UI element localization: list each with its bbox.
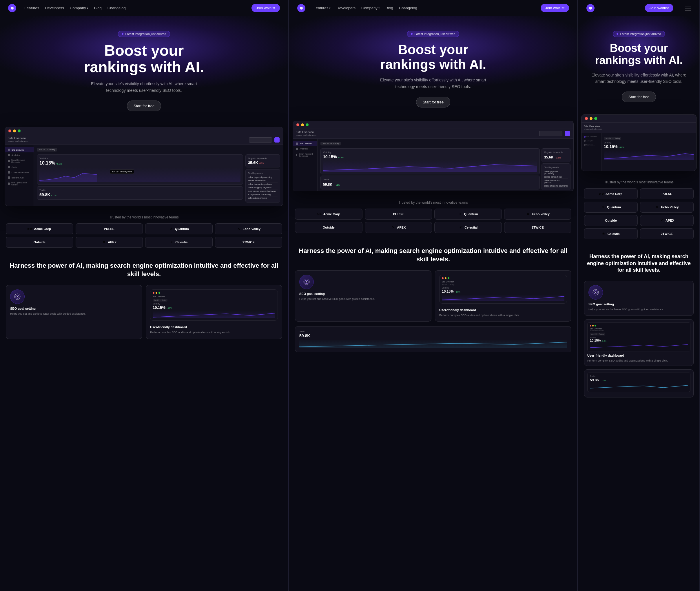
mock-nav-content-1[interactable]: Content Evaluation [5, 170, 34, 175]
mock-nav-icon-21 [296, 142, 298, 145]
mock-nav-goals-1[interactable]: Goals [5, 165, 34, 170]
brand-icon-quantum-1: ✳ [169, 226, 174, 231]
mock-date-row-1: Jun 24 → Today [37, 148, 280, 151]
mock-purple-btn-1[interactable] [274, 137, 279, 142]
brand-2twice-1[interactable]: 2TWICE [215, 237, 282, 248]
dashboard-mockup-3: Site Overview www.website.com Site Overv… [581, 115, 697, 171]
brand-echo-3[interactable]: ✕ Echo Valley [640, 202, 694, 213]
brand-name-pulse-3: PULSE [661, 192, 672, 196]
mock-nav-keyword-2[interactable]: Smart Keyword Generator [293, 151, 317, 158]
feature-dashboard-3: Site Overview www.website.com Jun 24 → T… [584, 319, 694, 366]
mock-body-1: Site Overview Analytics Smart Keyword Ge… [5, 145, 283, 206]
brand-acme-2[interactable]: ⊳⊳ Acme Corp [295, 209, 363, 219]
mock-search-2[interactable] [539, 131, 562, 136]
mock-nav-icon-1 [8, 149, 10, 151]
mock-search-1[interactable] [249, 137, 272, 142]
brand-pulse-1[interactable]: PULSE [76, 223, 143, 235]
logo-2[interactable] [297, 4, 305, 12]
mock-kw-1: online payment processing [248, 176, 277, 179]
brand-2twice-3[interactable]: 2TWICE [640, 228, 694, 239]
mock-nav-link-1[interactable]: Link Optimization Wizard [5, 180, 34, 187]
badge-dot-1 [122, 33, 123, 35]
brand-apex-1[interactable]: ✕ APEX [76, 237, 143, 248]
hamburger-menu-3[interactable] [685, 6, 691, 10]
nav-changelog-2[interactable]: Changelog [399, 6, 417, 10]
nav-developers-1[interactable]: Developers [45, 6, 64, 10]
hero-cta-1[interactable]: Start for free [127, 101, 161, 111]
hero-1: Latest integration just arrived Boost yo… [0, 16, 288, 120]
trusted-section-1: Trusted by the world's most innovative t… [0, 208, 288, 252]
brand-name-apex-3: APEX [665, 219, 674, 222]
feature-seo-goal-1: SEO goal setting Helps you set and achie… [6, 285, 142, 339]
feature-dash-preview-2: Site Overview Jun 24 → Today Visibility … [439, 275, 567, 304]
nav-cta-2[interactable]: Join waitlist [540, 4, 569, 12]
brand-name-2twice-3: 2TWICE [661, 232, 673, 236]
mock-nav-analytics-1[interactable]: Analytics [5, 152, 34, 157]
mock-nav-analytics-2[interactable]: Analytics [293, 146, 317, 151]
brand-name-outside-2: Outside [323, 226, 335, 229]
brand-name-acme-3: Acme Corp [606, 192, 623, 196]
hero-3: Latest integration just arrived Boost yo… [578, 16, 699, 111]
brand-2twice-2[interactable]: 2TWICE [504, 222, 572, 233]
nav-features-2[interactable]: Features ▾ [314, 6, 331, 10]
svg-marker-1 [40, 173, 98, 182]
mock-nav-overview-1[interactable]: Site Overview [5, 147, 34, 152]
mock-nav-overview-2[interactable]: Site Overview [293, 141, 317, 146]
mock-nav-keyword-1[interactable]: Smart Keyword Generator [5, 157, 34, 165]
brands-grid-1: ⊳⊳ Acme Corp PULSE ✳ Quantum ✕ Echo Voll… [6, 223, 282, 248]
svg-point-5 [17, 296, 18, 297]
brand-acme-1[interactable]: ⊳⊳ Acme Corp [6, 223, 73, 235]
brand-celestial-3[interactable]: ✳ Celestial [584, 228, 638, 239]
nav-company-1[interactable]: Company ▾ [70, 6, 88, 10]
logo-3[interactable] [586, 4, 594, 12]
brand-celestial-1[interactable]: ✳ Celestial [145, 237, 213, 248]
brand-name-echo-2: Echo Volley [532, 212, 550, 216]
feature-label-seo-3: SEO goal setting [588, 303, 689, 306]
brand-name-apex-1: APEX [108, 241, 117, 244]
brand-apex-3[interactable]: ✕ APEX [640, 215, 694, 226]
logo-1[interactable] [8, 4, 16, 12]
brand-quantum-2[interactable]: ✳ Quantum [434, 209, 502, 219]
nav-changelog-1[interactable]: Changelog [108, 6, 126, 10]
hero-cta-3[interactable]: Start for free [622, 91, 656, 102]
nav-cta-1[interactable]: Join waitlist [252, 4, 280, 12]
trusted-title-3: Trusted by the world's most innovative t… [584, 180, 694, 184]
nav-blog-1[interactable]: Blog [94, 6, 102, 10]
badge-text-2: Latest integration just arrived [414, 32, 455, 36]
mock-kw2-3: online transaction platform [544, 179, 568, 184]
mock-keywords-card-2: Top Keywords online payment processing s… [542, 163, 571, 190]
mock-dot-green-1 [18, 130, 20, 132]
brand-outside-1[interactable]: Outside [6, 237, 73, 248]
mock-body-2: Site Overview Analytics Smart Keyword Ge… [293, 139, 573, 191]
mock-nav-backlink-1[interactable]: Backlink Audit [5, 175, 34, 180]
hero-badge-2: Latest integration just arrived [407, 31, 459, 37]
mock-purple-btn-2[interactable] [565, 131, 570, 136]
brand-echovolley-1[interactable]: ✕ Echo Volley [215, 223, 282, 235]
mock-kw-2: secure transactions [248, 179, 277, 183]
brand-echo-2[interactable]: ✕ Echo Volley [504, 209, 572, 219]
mock-header-1: Site Overview www.website.com [5, 135, 283, 145]
brand-acme-3[interactable]: ⊳⊳ Acme Corp [584, 188, 638, 199]
hero-desc-1: Elevate your site's visibility effortles… [89, 80, 199, 93]
nav-company-2[interactable]: Company ▾ [361, 6, 380, 10]
nav-cta-3[interactable]: Join waitlist [645, 4, 673, 12]
brand-pulse-3[interactable]: PULSE [640, 188, 694, 199]
mock-traffic-value-1: 59.8K [40, 192, 50, 197]
brand-name-2twice-2: 2TWICE [532, 226, 544, 229]
nav-developers-2[interactable]: Developers [336, 6, 356, 10]
brand-outside-2[interactable]: Outside [295, 222, 363, 233]
brand-celestial-2[interactable]: ✳ Celestial [434, 222, 502, 233]
brand-apex-2[interactable]: ✕ APEX [365, 222, 432, 233]
mock-url-1: www.website.com [8, 140, 29, 143]
svg-point-12 [589, 7, 592, 10]
mock-date-badge-1: Jun 24 → Today [37, 148, 57, 151]
feature-row-1: SEO goal setting Helps you set and achie… [6, 285, 282, 339]
brand-pulse-2[interactable]: PULSE [365, 209, 432, 219]
brand-quantum-1[interactable]: ✳ Quantum [145, 223, 213, 235]
brand-quantum-3[interactable]: ✳ Quantum [584, 202, 638, 213]
hero-cta-2[interactable]: Start for free [416, 97, 450, 108]
brand-outside-3[interactable]: Outside [584, 215, 638, 226]
nav-blog-2[interactable]: Blog [386, 6, 393, 10]
chart-tooltip-1: Jun 18 · Visibility 9.8% [110, 170, 134, 174]
nav-features-1[interactable]: Features [24, 6, 39, 10]
